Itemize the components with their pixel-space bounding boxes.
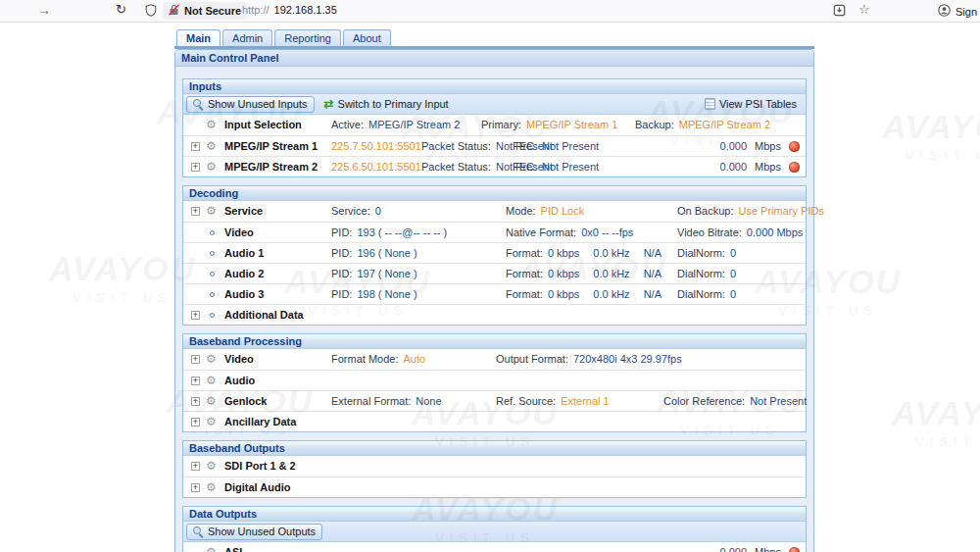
active-label: Active: [331, 119, 364, 130]
dialnorm-label: DialNorm: [677, 247, 725, 259]
video-bitrate-label: Video Bitrate: [677, 226, 742, 238]
screen: → ↻ Not Secure http://192.168.1.35 ☆ Sig… [0, 0, 980, 552]
shield-icon[interactable] [145, 4, 157, 17]
gear-icon[interactable]: ⚙ [206, 160, 217, 174]
gear-icon[interactable]: ⚙ [206, 139, 217, 153]
expander-icon[interactable]: + [191, 483, 200, 492]
url-bar[interactable]: http://192.168.1.35 [242, 4, 337, 16]
service-value: 0 [375, 205, 381, 217]
expander-icon[interactable]: + [191, 397, 200, 406]
gear-icon[interactable]: ⚙ [206, 118, 217, 131]
bookmark-star-icon[interactable]: ☆ [858, 2, 870, 17]
row-asi: ⚙ ASI 0.000Mbps [183, 542, 806, 552]
watermark-caption: VISIT US [862, 148, 980, 163]
format-mode-label: Format Mode: [331, 353, 398, 365]
row-digital-audio: + ⚙ Digital Audio [183, 477, 806, 497]
show-unused-outputs-button[interactable]: Show Unused Outputs [186, 524, 322, 540]
bitrate-value: 0.000 [720, 140, 748, 152]
row-title: Video [224, 226, 254, 238]
data-outputs-toolbar: Show Unused Outputs [183, 522, 806, 542]
section-decoding-header: Decoding [183, 186, 806, 201]
service-label: Service: [331, 205, 370, 217]
gear-icon[interactable]: ⚙ [206, 459, 217, 473]
switch-to-primary-button[interactable]: ⇄ Switch to Primary Input [318, 96, 455, 113]
expander-icon[interactable]: + [191, 142, 200, 151]
bullet-icon [210, 313, 215, 318]
gear-icon[interactable]: ⚙ [206, 415, 217, 428]
reload-icon[interactable]: ↻ [116, 2, 126, 17]
row-audio-2: Audio 2 PID:197 ( None ) Format:0 kbps0.… [183, 263, 806, 283]
row-audio-3: Audio 3 PID:198 ( None ) Format:0 kbps0.… [183, 283, 806, 304]
view-psi-tables-button[interactable]: View PSI Tables [699, 96, 803, 113]
account-icon [938, 4, 951, 19]
row-title: Genlock [224, 395, 267, 407]
mode-value: PID Lock [541, 205, 585, 217]
dialnorm-value: 0 [730, 247, 736, 259]
row-title: ASI [224, 546, 242, 552]
external-format-value: None [416, 395, 441, 407]
tab-reporting[interactable]: Reporting [274, 29, 341, 46]
color-reference-label: Color Reference: [663, 395, 745, 407]
show-unused-outputs-label: Show Unused Outputs [208, 526, 316, 537]
backup-label: Backup: [635, 119, 674, 130]
row-title: Digital Audio [224, 481, 290, 493]
row-title: Additional Data [224, 309, 304, 321]
bullet-icon [210, 251, 215, 256]
row-title: Input Selection [224, 119, 302, 130]
native-format-label: Native Format: [506, 226, 576, 238]
expander-icon[interactable]: + [191, 311, 200, 320]
gear-icon[interactable]: ⚙ [206, 204, 217, 218]
pid-value: 196 ( None ) [357, 247, 416, 259]
gear-icon[interactable]: ⚙ [206, 352, 217, 366]
show-unused-inputs-button[interactable]: Show Unused Inputs [186, 96, 315, 113]
row-mpegip-stream-1: + ⚙ MPEG/IP Stream 1 225.7.50.101:5501 P… [183, 135, 806, 156]
multicast-address: 225.6.50.101:5501 [331, 161, 421, 173]
gear-icon[interactable]: ⚙ [206, 545, 217, 552]
bullet-icon [210, 292, 215, 297]
site-security-chip[interactable]: Not Secure [163, 2, 247, 20]
gear-icon[interactable]: ⚙ [206, 480, 217, 494]
section-baseband-processing-header: Baseband Processing [183, 334, 806, 349]
row-audio-1: Audio 1 PID:196 ( None ) Format:0 kbps0.… [183, 242, 806, 263]
packet-status-label: Packet Status: [421, 161, 491, 173]
expander-icon[interactable]: + [191, 418, 200, 427]
expander-icon[interactable]: + [191, 376, 200, 385]
gear-icon[interactable]: ⚙ [206, 374, 217, 387]
forward-icon[interactable]: → [37, 2, 51, 18]
tab-main[interactable]: Main [176, 29, 220, 46]
gear-icon[interactable]: ⚙ [206, 394, 217, 408]
expander-icon[interactable]: + [191, 355, 200, 364]
format-kbps: 0 kbps [548, 288, 579, 300]
dialnorm-value: 0 [730, 288, 736, 300]
row-title: Ancillary Data [224, 416, 296, 427]
fec-label: FEC: [513, 161, 537, 173]
row-input-selection: ⚙ Input Selection Active:MPEG/IP Stream … [183, 115, 806, 135]
format-mode: N/A [644, 268, 662, 279]
tab-admin[interactable]: Admin [222, 29, 272, 46]
expander-icon[interactable]: + [191, 163, 200, 172]
magnifier-icon [193, 527, 204, 537]
format-mode: N/A [644, 247, 662, 259]
expander-icon[interactable]: + [191, 462, 200, 471]
pid-value: 193 ( -- --@-- -- -- ) [357, 226, 447, 238]
packet-status-label: Packet Status: [421, 140, 491, 152]
format-khz: 0.0 kHz [593, 268, 629, 279]
show-unused-inputs-label: Show Unused Inputs [208, 98, 308, 110]
external-format-label: External Format: [331, 395, 411, 407]
primary-label: Primary: [481, 119, 521, 130]
primary-value: MPEG/IP Stream 1 [526, 119, 617, 130]
format-label: Format: [506, 247, 543, 259]
downloads-icon[interactable] [833, 4, 846, 17]
row-title: Video [224, 353, 254, 365]
magnifier-icon [193, 99, 204, 110]
sign-in-button[interactable]: Sign in [938, 4, 980, 19]
expander-icon[interactable]: + [191, 207, 200, 216]
on-backup-label: On Backup: [677, 205, 733, 217]
row-title: MPEG/IP Stream 1 [224, 140, 318, 152]
fec-label: FEC: [513, 140, 537, 152]
tab-about[interactable]: About [343, 29, 391, 46]
bitrate-unit: Mbps [755, 140, 781, 152]
section-baseband-outputs: Baseband Outputs + ⚙ SDI Port 1 & 2 + ⚙ … [182, 440, 807, 498]
url-host: 192.168.1.35 [274, 4, 337, 16]
video-bitrate-value: 0.000 Mbps [747, 226, 803, 238]
